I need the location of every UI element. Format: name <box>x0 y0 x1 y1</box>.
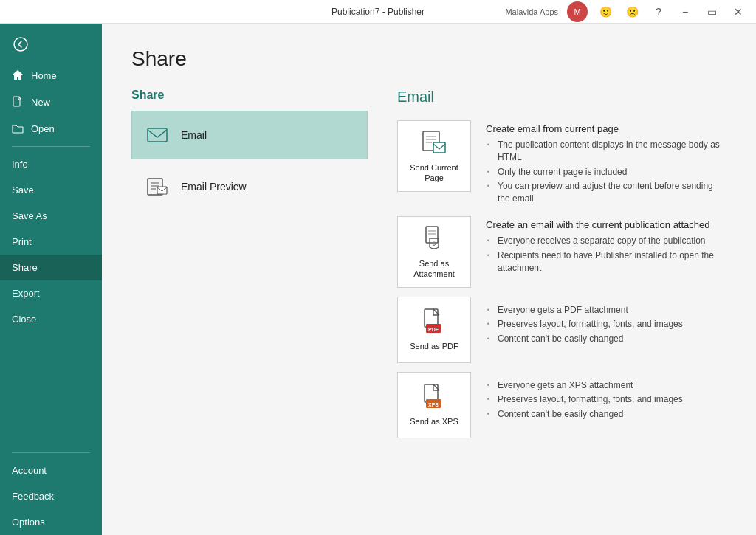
title-bar-controls: Malavida Apps M 🙂 🙁 ? − ▭ ✕ <box>499 0 756 24</box>
sidebar-item-save-as[interactable]: Save As <box>0 203 102 229</box>
send-as-attachment-desc-title: Create an email with the current publica… <box>486 219 726 230</box>
send-as-attachment-row: Send asAttachment Create an email with t… <box>397 216 726 288</box>
sidebar-bottom: Account Feedback Options <box>0 448 102 535</box>
sidebar-item-account[interactable]: Account <box>0 458 102 483</box>
send-as-attachment-card[interactable]: Send asAttachment <box>397 216 471 288</box>
send-current-page-label: Send CurrentPage <box>410 162 458 184</box>
svg-rect-13 <box>426 227 438 243</box>
sidebar-item-save[interactable]: Save <box>0 177 102 203</box>
svg-point-0 <box>14 38 27 51</box>
title-bar-title: Publication7 - Publisher <box>331 7 425 17</box>
svg-rect-1 <box>13 97 20 106</box>
send-current-page-icon <box>419 128 449 158</box>
restore-button[interactable]: ▭ <box>700 0 724 24</box>
sidebar: Home New Open Info <box>0 24 102 535</box>
bullet-item: Everyone receives a separate copy of the… <box>486 235 726 247</box>
sidebar-item-feedback[interactable]: Feedback <box>0 483 102 509</box>
send-as-pdf-card[interactable]: PDF Send as PDF <box>397 297 471 363</box>
svg-text:XPS: XPS <box>428 402 439 407</box>
bullet-item: Content can't be easily changed <box>486 333 726 345</box>
send-as-attachment-desc: Create an email with the current publica… <box>486 216 726 276</box>
email-cards: Send CurrentPage Create email from curre… <box>397 120 726 438</box>
svg-rect-12 <box>433 142 445 153</box>
share-section-title: Share <box>131 89 368 102</box>
send-as-xps-row: XPS Send as XPS Everyone gets an XPS att… <box>397 372 726 438</box>
sad-icon[interactable]: 🙁 <box>620 0 644 24</box>
new-icon <box>12 96 24 108</box>
email-preview-option-label: Email Preview <box>181 181 247 193</box>
sidebar-new-label: New <box>31 97 50 108</box>
share-layout: Share Email <box>131 89 726 511</box>
email-preview-option-icon <box>144 173 171 200</box>
sidebar-item-home[interactable]: Home <box>0 62 102 89</box>
bullet-item: Preserves layout, formatting, fonts, and… <box>486 318 726 331</box>
email-option-icon <box>144 122 171 148</box>
sidebar-item-info[interactable]: Info <box>0 151 102 177</box>
bullet-item: The publication content displays in the … <box>486 139 726 164</box>
bullet-item: Recipients need to have Publisher instal… <box>486 249 726 275</box>
send-as-pdf-bullets: Everyone gets a PDF attachment Preserves… <box>486 300 726 345</box>
share-option-email-preview[interactable]: Email Preview <box>131 162 368 211</box>
svg-rect-7 <box>157 187 167 194</box>
send-as-xps-icon: XPS <box>419 382 449 412</box>
send-current-page-desc: Create email from current page The publi… <box>486 120 726 207</box>
share-option-email[interactable]: Email <box>131 111 368 159</box>
bullet-item: Preserves layout, formatting, fonts, and… <box>486 393 726 406</box>
email-section-title: Email <box>397 89 726 106</box>
sidebar-divider-2 <box>12 452 90 453</box>
send-as-xps-bullets: Everyone gets an XPS attachment Preserve… <box>486 375 726 421</box>
send-as-attachment-icon <box>419 224 449 254</box>
app-title: Publication7 - Publisher <box>331 7 425 17</box>
sidebar-item-print[interactable]: Print <box>0 229 102 255</box>
title-bar: Publication7 - Publisher Malavida Apps M… <box>0 0 756 24</box>
smiley-icon[interactable]: 🙂 <box>594 0 617 24</box>
send-as-xps-desc: Everyone gets an XPS attachment Preserve… <box>486 372 726 423</box>
send-as-xps-card[interactable]: XPS Send as XPS <box>397 372 471 438</box>
send-as-pdf-icon: PDF <box>419 307 449 336</box>
svg-text:PDF: PDF <box>428 327 439 332</box>
app-body: Home New Open Info <box>0 24 756 535</box>
send-current-page-desc-title: Create email from current page <box>486 123 726 134</box>
title-bar-icons: Malavida Apps M 🙂 🙁 ? − ▭ ✕ <box>499 0 756 24</box>
sidebar-item-options[interactable]: Options <box>0 509 102 535</box>
bullet-item: Only the current page is included <box>486 166 726 179</box>
sidebar-item-export[interactable]: Export <box>0 280 102 306</box>
share-right-panel: Email <box>397 89 726 511</box>
sidebar-home-label: Home <box>31 70 57 81</box>
brand-label: Malavida Apps <box>505 7 558 16</box>
home-icon <box>12 69 24 81</box>
close-button[interactable]: ✕ <box>726 0 750 24</box>
send-as-attachment-label: Send asAttachment <box>413 258 455 280</box>
content-area: Share Share Email <box>102 24 756 535</box>
send-as-pdf-desc: Everyone gets a PDF attachment Preserves… <box>486 297 726 348</box>
sidebar-item-share[interactable]: Share <box>0 255 102 280</box>
bullet-item: Everyone gets a PDF attachment <box>486 304 726 317</box>
send-as-pdf-row: PDF Send as PDF Everyone gets a PDF atta… <box>397 297 726 363</box>
bullet-item: Content can't be easily changed <box>486 408 726 421</box>
send-as-attachment-bullets: Everyone receives a separate copy of the… <box>486 235 726 274</box>
back-button[interactable] <box>6 30 35 59</box>
share-left-panel: Share Email <box>131 89 368 511</box>
sidebar-item-new[interactable]: New <box>0 89 102 115</box>
sidebar-divider-1 <box>12 146 90 147</box>
avatar[interactable]: M <box>567 1 588 22</box>
page-title: Share <box>131 47 726 71</box>
bullet-item: Everyone gets an XPS attachment <box>486 379 726 392</box>
bullet-item: You can preview and adjust the content b… <box>486 180 726 205</box>
minimize-button[interactable]: − <box>673 0 697 24</box>
help-icon[interactable]: ? <box>647 0 670 24</box>
send-current-page-card[interactable]: Send CurrentPage <box>397 120 471 192</box>
send-current-page-bullets: The publication content displays in the … <box>486 139 726 205</box>
sidebar-item-open[interactable]: Open <box>0 115 102 142</box>
send-as-xps-label: Send as XPS <box>410 416 458 427</box>
email-option-label: Email <box>181 129 207 141</box>
sidebar-item-close[interactable]: Close <box>0 306 102 332</box>
sidebar-open-label: Open <box>31 123 55 134</box>
open-icon <box>12 122 24 134</box>
svg-rect-2 <box>148 128 167 142</box>
send-current-page-row: Send CurrentPage Create email from curre… <box>397 120 726 207</box>
send-as-pdf-label: Send as PDF <box>410 341 458 351</box>
